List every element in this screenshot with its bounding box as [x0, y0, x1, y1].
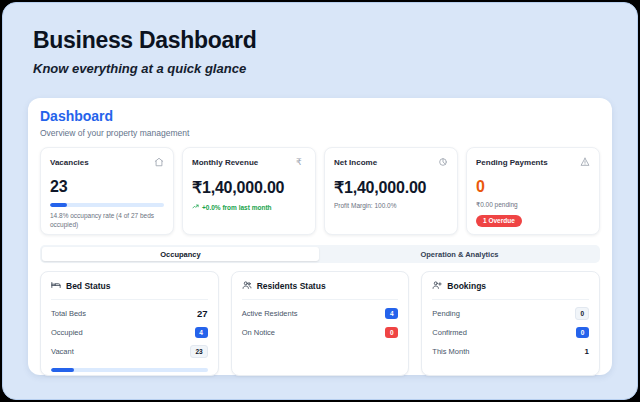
profit-margin-caption: Profit Margin: 100.0% — [334, 201, 448, 210]
users-icon — [242, 280, 252, 292]
status-card-title: Bed Status — [66, 281, 110, 291]
trend-text: +0.0% from last month — [202, 204, 272, 211]
bed-occupancy-progress-fill — [51, 368, 74, 372]
bed-icon — [51, 280, 61, 292]
monthly-revenue-value: ₹1,40,000.00 — [192, 178, 306, 197]
stat-card-net-income: Net Income ₹1,40,000.00 Profit Margin: 1… — [324, 147, 458, 235]
row-label: Vacant — [51, 347, 74, 356]
status-row-pending: Pending 0 — [432, 304, 589, 323]
occupied-badge: 4 — [195, 327, 208, 338]
trend-up-icon — [192, 203, 199, 211]
rupee-icon: ₹ — [296, 157, 306, 167]
on-notice-badge: 0 — [385, 327, 398, 338]
page-subtitle: Know everything at a quick glance — [33, 61, 607, 76]
pending-payments-value: 0 — [476, 178, 590, 196]
status-card-title: Bookings — [447, 281, 486, 291]
vacancies-value: 23 — [50, 178, 164, 196]
pie-chart-icon — [438, 157, 448, 167]
stat-card-vacancies: Vacancies 23 14.8% occupancy rate (4 of … — [40, 147, 174, 235]
dashboard-panel: Dashboard Overview of your property mana… — [28, 98, 612, 375]
status-row-vacant: Vacant 23 — [51, 342, 208, 361]
occupancy-progress-fill — [50, 203, 67, 207]
vacant-badge: 23 — [190, 345, 207, 358]
stat-card-title: Monthly Revenue — [192, 158, 258, 167]
row-label: Active Residents — [242, 309, 298, 318]
stat-card-pending-payments: Pending Payments 0 ₹0.00 pending 1 Overd… — [466, 147, 600, 235]
row-label: This Month — [432, 347, 469, 356]
row-label: Total Beds — [51, 309, 86, 318]
pending-badge: 0 — [575, 307, 589, 320]
stat-card-title: Vacancies — [50, 158, 89, 167]
row-label: Pending — [432, 309, 460, 318]
confirmed-badge: 0 — [576, 327, 589, 338]
stat-card-title: Net Income — [334, 158, 377, 167]
status-row-total-beds: Total Beds 27 — [51, 304, 208, 323]
occupancy-caption: 14.8% occupancy rate (4 of 27 beds occup… — [50, 211, 164, 229]
page-header: Business Dashboard Know everything at a … — [3, 3, 637, 76]
status-row-occupied: Occupied 4 — [51, 323, 208, 342]
stat-card-row: Vacancies 23 14.8% occupancy rate (4 of … — [40, 147, 600, 235]
revenue-trend: +0.0% from last month — [192, 203, 306, 211]
this-month-value: 1 — [585, 347, 589, 356]
tab-bar: Occupancy Operation & Analytics — [40, 245, 600, 263]
pending-amount-caption: ₹0.00 pending — [476, 200, 590, 209]
status-card-title: Residents Status — [257, 281, 326, 291]
home-icon — [154, 157, 164, 167]
status-row-active-residents: Active Residents 4 — [242, 304, 399, 323]
user-plus-icon — [432, 280, 442, 292]
occupancy-progressbar — [50, 203, 164, 207]
row-label: On Notice — [242, 328, 275, 337]
net-income-value: ₹1,40,000.00 — [334, 178, 448, 197]
active-residents-badge: 4 — [385, 308, 398, 319]
panel-heading: Dashboard — [40, 108, 600, 124]
panel-description: Overview of your property management — [40, 128, 600, 138]
status-row-this-month: This Month 1 — [432, 342, 589, 361]
tab-occupancy[interactable]: Occupancy — [42, 247, 319, 261]
row-value: 27 — [197, 308, 208, 319]
status-row-on-notice: On Notice 0 — [242, 323, 399, 342]
bed-occupancy-progressbar — [51, 368, 208, 372]
tab-operation-analytics[interactable]: Operation & Analytics — [321, 247, 598, 261]
stat-card-monthly-revenue: Monthly Revenue ₹ ₹1,40,000.00 +0.0% fro… — [182, 147, 316, 235]
page-title: Business Dashboard — [33, 27, 607, 54]
row-label: Occupied — [51, 328, 83, 337]
residents-status-card: Residents Status Active Residents 4 On N… — [231, 271, 410, 376]
dashboard-page: Business Dashboard Know everything at a … — [2, 2, 638, 400]
overdue-badge: 1 Overdue — [476, 215, 522, 227]
status-card-row: Bed Status Total Beds 27 Occupied 4 Vaca… — [40, 271, 600, 376]
status-row-confirmed: Confirmed 0 — [432, 323, 589, 342]
row-label: Confirmed — [432, 328, 467, 337]
stat-card-title: Pending Payments — [476, 158, 548, 167]
alert-triangle-icon — [580, 157, 590, 167]
bed-status-card: Bed Status Total Beds 27 Occupied 4 Vaca… — [40, 271, 219, 376]
bookings-card: Bookings Pending 0 Confirmed 0 This Mont… — [421, 271, 600, 376]
